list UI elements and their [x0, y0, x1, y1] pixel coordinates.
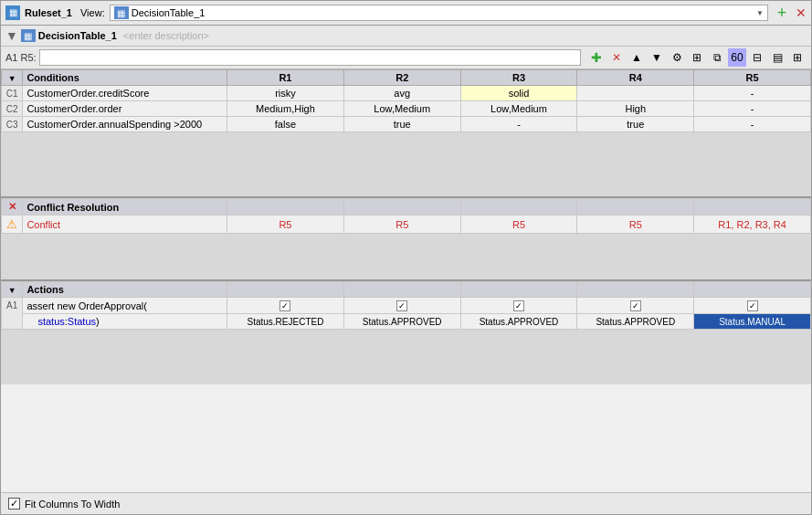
top-toolbar: ▦ Ruleset_1 View: ▦ DecisionTable_1 ▼ + …	[1, 1, 811, 26]
condition-c1-r4[interactable]	[577, 86, 694, 101]
condition-c3-r5[interactable]: -	[694, 117, 811, 132]
main-window: ▦ Ruleset_1 View: ▦ DecisionTable_1 ▼ + …	[0, 0, 812, 515]
condition-c2-r1[interactable]: Medium,High	[227, 101, 344, 117]
conditions-empty-area	[1, 132, 811, 196]
conflict-col-header: Conflict Resolution	[23, 199, 227, 215]
content-area: ▼ Conditions R1 R2 R3 R4 R5 C1 CustomerO…	[1, 69, 811, 492]
table-row: C2 CustomerOrder.order Medium,High Low,M…	[2, 101, 811, 117]
actions-col-header: Actions	[23, 282, 227, 298]
conflict-table: ✕ Conflict Resolution ⚠ Conflic	[1, 198, 811, 234]
col-r4-header: R4	[577, 70, 694, 86]
add-row-button[interactable]: ✚	[587, 48, 606, 67]
remove-view-button[interactable]: ✕	[796, 5, 807, 20]
condition-c2-r5[interactable]: -	[694, 101, 811, 117]
col-r2-header: R2	[343, 70, 460, 86]
condition-c3-r3[interactable]: -	[460, 117, 577, 132]
actions-r4-header	[577, 282, 694, 298]
decision-table-icon: ▦	[114, 6, 129, 19]
action-a1-r3-check[interactable]: ✓	[460, 298, 577, 314]
conflict-r1: R5	[227, 215, 344, 234]
action-a1-r4-val[interactable]: Status.APPROVED	[577, 314, 694, 330]
collapse-icon[interactable]: ▼	[5, 28, 18, 43]
actions-r3-header	[460, 282, 577, 298]
condition-c3-r4[interactable]: true	[577, 117, 694, 132]
copy-button[interactable]: ⧉	[708, 48, 726, 67]
grid-button[interactable]: ⊞	[688, 48, 706, 67]
view-name: DecisionTable_1	[132, 7, 206, 18]
dropdown-arrow-icon[interactable]: ▼	[756, 9, 764, 17]
action-a1-r1-val[interactable]: Status.REJECTED	[227, 314, 344, 330]
ref-toolbar: A1 R5: ✚ ✕ ▲ ▼ ⚙ ⊞ ⧉ 60 ⊟ ▤ ⊞	[1, 47, 811, 69]
conflict-r1-header	[227, 199, 344, 215]
conflict-r2: R5	[343, 215, 460, 234]
row-num-c2: C2	[2, 101, 23, 117]
status-type: Status	[68, 316, 96, 327]
condition-c2-r3[interactable]: Low,Medium	[460, 101, 577, 117]
actions-section: ▼ Actions A1 assert new OrderApproval(	[1, 281, 811, 492]
actions-table: ▼ Actions A1 assert new OrderApproval(	[1, 281, 811, 330]
action-a1-sub[interactable]: status:Status)	[23, 314, 227, 330]
row-num-c1: C1	[2, 86, 23, 101]
fit-columns-checkbox[interactable]: ✓	[8, 498, 20, 510]
add-view-button[interactable]: +	[773, 4, 791, 22]
row-num-c3: C3	[2, 117, 23, 132]
collapse-conditions-btn[interactable]: ▼	[2, 70, 23, 86]
fit-columns-label: Fit Columns To Width	[25, 499, 120, 510]
ref-label: A1 R5:	[5, 52, 37, 63]
dt-description: <enter description>	[123, 30, 209, 41]
view-btn3[interactable]: ▤	[768, 48, 786, 67]
action-a1-r1-check[interactable]: ✓	[227, 298, 344, 314]
view-btn1[interactable]: 60	[728, 48, 746, 67]
actions-r1-header	[227, 282, 344, 298]
condition-c3-r1[interactable]: false	[227, 117, 344, 132]
second-toolbar: ▼ ▦ DecisionTable_1 <enter description>	[1, 26, 811, 47]
settings-button[interactable]: ⚙	[668, 48, 686, 67]
ref-input[interactable]	[39, 49, 581, 66]
action-a1-r2-val[interactable]: Status.APPROVED	[343, 314, 460, 330]
bottom-bar: ✓ Fit Columns To Width	[1, 492, 811, 514]
col-r3-header: R3	[460, 70, 577, 86]
conditions-table: ▼ Conditions R1 R2 R3 R4 R5 C1 CustomerO…	[1, 69, 811, 132]
condition-c2-name[interactable]: CustomerOrder.order	[23, 101, 227, 117]
row-num-a1: A1	[2, 298, 23, 330]
delete-row-button[interactable]: ✕	[607, 48, 626, 67]
condition-c1-r1[interactable]: risky	[227, 86, 344, 101]
dt-file-icon: ▦	[21, 29, 36, 42]
conflict-header-row: ✕ Conflict Resolution	[2, 199, 811, 215]
conflict-r4: R5	[577, 215, 694, 234]
dt-name-label: DecisionTable_1	[38, 30, 117, 41]
down-button[interactable]: ▼	[648, 48, 666, 67]
action-a1-r4-check[interactable]: ✓	[577, 298, 694, 314]
condition-c1-r2[interactable]: avg	[343, 86, 460, 101]
view-btn2[interactable]: ⊟	[748, 48, 766, 67]
condition-c1-name[interactable]: CustomerOrder.creditScore	[23, 86, 227, 101]
condition-c2-r2[interactable]: Low,Medium	[343, 101, 460, 117]
action-sub-row: status:Status) Status.REJECTED Status.AP…	[2, 314, 811, 330]
actions-header-row: ▼ Actions	[2, 282, 811, 298]
action-a1-r5-val[interactable]: Status.MANUAL	[694, 314, 811, 330]
condition-c3-r2[interactable]: true	[343, 117, 460, 132]
condition-c1-r5[interactable]: -	[694, 86, 811, 101]
action-a1-name[interactable]: assert new OrderApproval(	[23, 298, 227, 314]
view-label: View:	[80, 7, 105, 18]
condition-c1-r3[interactable]: solid	[460, 86, 577, 101]
condition-c3-name[interactable]: CustomerOrder.annualSpending >2000	[23, 117, 227, 132]
actions-r5-header	[694, 282, 811, 298]
conflict-section: ✕ Conflict Resolution ⚠ Conflic	[1, 198, 811, 281]
status-sub-label: status	[37, 316, 64, 327]
table-row: C3 CustomerOrder.annualSpending >2000 fa…	[2, 117, 811, 132]
ref-toolbar-buttons: ✚ ✕ ▲ ▼ ⚙ ⊞ ⧉ 60 ⊟ ▤ ⊞	[587, 48, 807, 67]
condition-c2-r4[interactable]: High	[577, 101, 694, 117]
action-a1-r5-check[interactable]: ✓	[694, 298, 811, 314]
up-button[interactable]: ▲	[627, 48, 646, 67]
collapse-actions-btn[interactable]: ▼	[2, 282, 23, 298]
view-btn4[interactable]: ⊞	[788, 48, 807, 67]
conditions-header-row: ▼ Conditions R1 R2 R3 R4 R5	[2, 70, 811, 86]
ruleset-icon: ▦	[5, 5, 20, 20]
action-a1-r3-val[interactable]: Status.APPROVED	[460, 314, 577, 330]
conditions-col-header: Conditions	[23, 70, 227, 86]
collapse-conflict-btn[interactable]: ✕	[2, 199, 23, 215]
view-selector[interactable]: ▦ DecisionTable_1 ▼	[110, 5, 768, 21]
action-row: A1 assert new OrderApproval( ✓ ✓ ✓ ✓	[2, 298, 811, 314]
action-a1-r2-check[interactable]: ✓	[343, 298, 460, 314]
